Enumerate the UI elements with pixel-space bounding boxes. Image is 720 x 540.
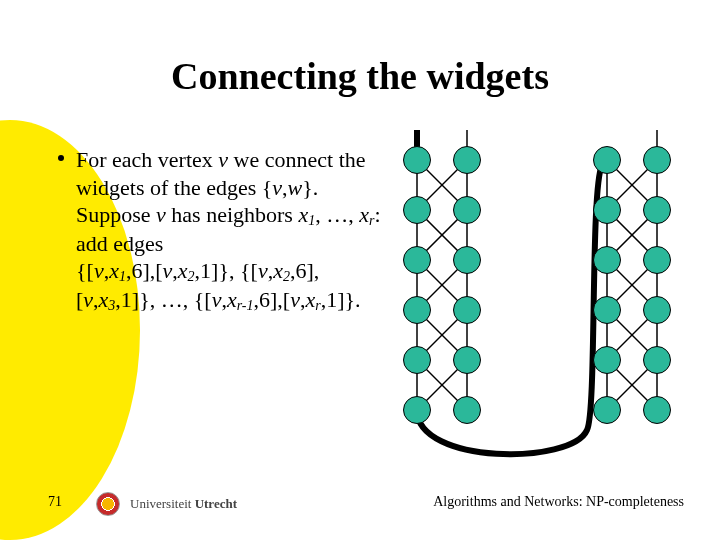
node xyxy=(453,296,481,324)
t9: ,6],[ xyxy=(126,258,163,283)
node xyxy=(403,146,431,174)
sb: 2 xyxy=(188,269,195,284)
xe: x xyxy=(227,287,237,312)
uni-text: Universiteit Utrecht xyxy=(130,496,237,511)
node xyxy=(403,196,431,224)
node xyxy=(453,346,481,374)
va: v xyxy=(94,258,104,283)
vd: v xyxy=(83,287,93,312)
node xyxy=(453,396,481,424)
se: r-1 xyxy=(237,298,254,313)
node xyxy=(593,346,621,374)
node xyxy=(453,246,481,274)
page-number: 71 xyxy=(48,494,62,510)
t0: For each vertex xyxy=(76,147,218,172)
vf: v xyxy=(290,287,300,312)
seal-icon xyxy=(96,492,120,516)
node xyxy=(643,346,671,374)
node xyxy=(593,196,621,224)
footer: 71 Universiteit Utrecht Algorithms and N… xyxy=(0,480,720,510)
bullet-text: For each vertex v we connect the widgets… xyxy=(76,146,386,314)
t17: ,6],[ xyxy=(254,287,291,312)
t5: , …, xyxy=(315,202,359,227)
xd: x xyxy=(99,287,109,312)
university-logo: Universiteit Utrecht xyxy=(96,492,237,516)
node xyxy=(643,246,671,274)
node xyxy=(593,396,621,424)
var-x1: x xyxy=(298,202,308,227)
sa: 1 xyxy=(119,269,126,284)
node xyxy=(593,246,621,274)
t19: ,1]}. xyxy=(321,287,361,312)
t15: ,1]}, …, {[ xyxy=(115,287,211,312)
node xyxy=(593,296,621,324)
uni-bold: Utrecht xyxy=(195,496,237,511)
xf: x xyxy=(305,287,315,312)
course-name: Algorithms and Networks: NP-completeness xyxy=(433,494,684,510)
var-v3: v xyxy=(156,202,166,227)
slide-title: Connecting the widgets xyxy=(0,54,720,98)
var-v2: v xyxy=(272,175,282,200)
t4: has neighbors xyxy=(166,202,299,227)
t11: ,1]}, {[ xyxy=(195,258,258,283)
xc: x xyxy=(273,258,283,283)
node xyxy=(403,346,431,374)
vc: v xyxy=(258,258,268,283)
node xyxy=(403,246,431,274)
var-xr: x xyxy=(359,202,369,227)
node xyxy=(403,396,431,424)
node xyxy=(403,296,431,324)
node xyxy=(453,146,481,174)
var-w: w xyxy=(288,175,303,200)
sc: 2 xyxy=(283,269,290,284)
t7: {[ xyxy=(76,258,94,283)
bullet-marker xyxy=(58,155,64,161)
ve: v xyxy=(212,287,222,312)
node xyxy=(453,196,481,224)
node xyxy=(643,296,671,324)
vb: v xyxy=(163,258,173,283)
var-v1: v xyxy=(218,147,228,172)
xb: x xyxy=(178,258,188,283)
widget-diagram xyxy=(392,130,702,470)
node xyxy=(643,146,671,174)
xa: x xyxy=(109,258,119,283)
uni-prefix: Universiteit xyxy=(130,496,191,511)
node xyxy=(643,396,671,424)
node xyxy=(643,196,671,224)
node xyxy=(593,146,621,174)
